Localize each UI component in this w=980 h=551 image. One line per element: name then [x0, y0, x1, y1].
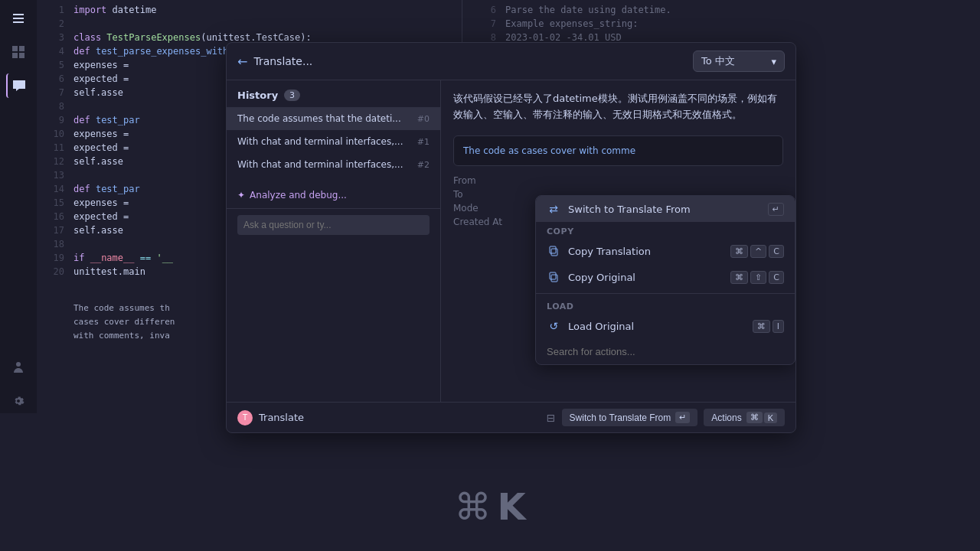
switch-icon: ⇄	[547, 202, 560, 216]
switch-label: Switch to Translate From	[568, 204, 760, 215]
history-item-0-index: #0	[417, 114, 430, 124]
dropdown-copy-translation[interactable]: Copy Translation ⌘ ^ C	[536, 238, 795, 264]
i-key-lo: I	[773, 320, 784, 333]
activity-explorer-icon[interactable]	[6, 6, 31, 31]
k-symbol: K	[497, 485, 525, 528]
lang-chevron: ▾	[771, 56, 776, 67]
main-translation-content: 该代码假设已经导入了datetime模块。测试用例涵盖不同的场景，例如有效输入、…	[441, 80, 795, 402]
keyboard-hint: ⌘ K	[454, 485, 525, 528]
footer-actions-label: Actions	[711, 412, 741, 423]
chat-input-area	[227, 208, 440, 241]
history-item-2-index: #2	[417, 160, 430, 170]
c-key-co: C	[769, 271, 784, 284]
history-item-0[interactable]: The code assumes that the dateti... #0	[227, 107, 440, 130]
translate-label: Translate	[259, 412, 541, 423]
footer-key-combo: ⌘ K	[746, 412, 777, 423]
dropdown-search-area	[536, 339, 795, 364]
history-item-1-index: #1	[417, 137, 430, 147]
footer-actions-button[interactable]: Actions ⌘ K	[704, 409, 785, 426]
svg-point-4	[16, 362, 21, 367]
cmd-key-ct: ⌘	[730, 245, 748, 258]
panel-title: Translate...	[253, 55, 687, 67]
history-header: History 3	[227, 90, 440, 107]
footer-enter-key: ↵	[675, 412, 690, 423]
load-section-label: Load	[536, 297, 795, 313]
translation-output: 该代码假设已经导入了datetime模块。测试用例涵盖不同的场景，例如有效输入、…	[453, 91, 783, 123]
shift-key-co: ⇧	[750, 271, 766, 284]
svg-rect-5	[551, 249, 557, 256]
activity-chat-icon[interactable]	[6, 73, 31, 98]
load-original-shortcuts: ⌘ I	[753, 320, 784, 333]
history-item-1[interactable]: With chat and terminal interfaces,... #1	[227, 130, 440, 153]
copy-translation-icon	[547, 244, 560, 258]
history-item-0-text: The code assumes that the dateti...	[237, 113, 411, 124]
svg-rect-6	[550, 246, 556, 253]
copy-original-label: Copy Original	[568, 272, 723, 283]
dropdown-switch-item[interactable]: ⇄ Switch to Translate From ↵	[536, 196, 795, 222]
meta-from: From	[453, 175, 783, 186]
footer-k-key: K	[764, 412, 777, 423]
history-item-1-text: With chat and terminal interfaces,...	[237, 136, 411, 147]
switch-shortcuts: ↵	[768, 203, 784, 216]
svg-rect-3	[19, 53, 24, 58]
chat-input[interactable]	[237, 215, 430, 235]
history-count: 3	[284, 90, 300, 101]
bottom-area: ⌘ K	[0, 413, 980, 551]
save-icon[interactable]: ⊟	[547, 412, 556, 424]
svg-rect-2	[12, 53, 18, 58]
enter-key: ↵	[768, 203, 784, 216]
original-snippet-text: The code as cases cover with comme	[463, 145, 635, 156]
meta-mode-label: Mode	[453, 203, 507, 214]
meta-to-label: To	[453, 189, 507, 200]
footer-cmd-key: ⌘	[746, 412, 763, 423]
activity-grid-icon[interactable]	[6, 40, 31, 64]
ai-suggest-text[interactable]: ✦ Analyze and debug...	[237, 190, 430, 201]
ai-suggest-area: ✦ Analyze and debug...	[227, 182, 440, 208]
history-item-2[interactable]: With chat and terminal interfaces,... #2	[227, 153, 440, 176]
load-original-label: Load Original	[568, 321, 745, 332]
ai-icon: ✦	[237, 190, 245, 201]
translate-service-icon: T	[237, 410, 253, 425]
dropdown-search-input[interactable]	[547, 346, 784, 357]
dropdown-divider	[536, 293, 795, 294]
language-selector[interactable]: To 中文 ▾	[693, 51, 785, 72]
meta-from-label: From	[453, 175, 507, 186]
history-sidebar: History 3 The code assumes that the date…	[227, 80, 441, 402]
history-item-2-text: With chat and terminal interfaces,...	[237, 159, 411, 170]
history-title: History	[237, 90, 278, 101]
activity-bar	[0, 0, 37, 413]
dropdown-copy-original[interactable]: Copy Original ⌘ ⇧ C	[536, 264, 795, 290]
copy-section-label: Copy	[536, 222, 795, 238]
copy-translation-shortcuts: ⌘ ^ C	[730, 245, 784, 258]
actions-dropdown: ⇄ Switch to Translate From ↵ Copy Copy T…	[535, 195, 795, 365]
panel-footer: T Translate ⊟ Switch to Translate From ↵…	[227, 402, 795, 432]
svg-rect-7	[551, 275, 557, 282]
svg-rect-1	[19, 46, 24, 51]
copy-translation-label: Copy Translation	[568, 246, 723, 257]
lang-label: To 中文	[701, 54, 735, 68]
footer-switch-label: Switch to Translate From	[570, 412, 671, 423]
dropdown-load-original[interactable]: ↺ Load Original ⌘ I	[536, 313, 795, 339]
ctrl-key-ct: ^	[750, 245, 766, 258]
copy-original-shortcuts: ⌘ ⇧ C	[730, 271, 784, 284]
panel-header: ← Translate... To 中文 ▾	[227, 43, 795, 80]
translate-panel: ← Translate... To 中文 ▾ History 3 The cod…	[226, 42, 796, 433]
footer-switch-button[interactable]: Switch to Translate From ↵	[562, 409, 698, 426]
activity-person-icon[interactable]	[6, 355, 31, 380]
c-key-ct: C	[769, 245, 784, 258]
cmd-key-lo: ⌘	[753, 320, 770, 333]
copy-original-icon	[547, 270, 560, 284]
cmd-symbol: ⌘	[454, 485, 491, 528]
original-snippet-box: The code as cases cover with comme	[453, 135, 783, 166]
back-button[interactable]: ←	[237, 54, 247, 69]
svg-rect-0	[12, 46, 18, 51]
activity-gear-icon[interactable]	[6, 389, 31, 413]
cmd-key-co: ⌘	[730, 271, 748, 284]
load-original-icon: ↺	[547, 319, 560, 333]
panel-body: History 3 The code assumes that the date…	[227, 80, 795, 402]
svg-rect-8	[550, 272, 556, 279]
meta-created-label: Created At	[453, 217, 507, 227]
